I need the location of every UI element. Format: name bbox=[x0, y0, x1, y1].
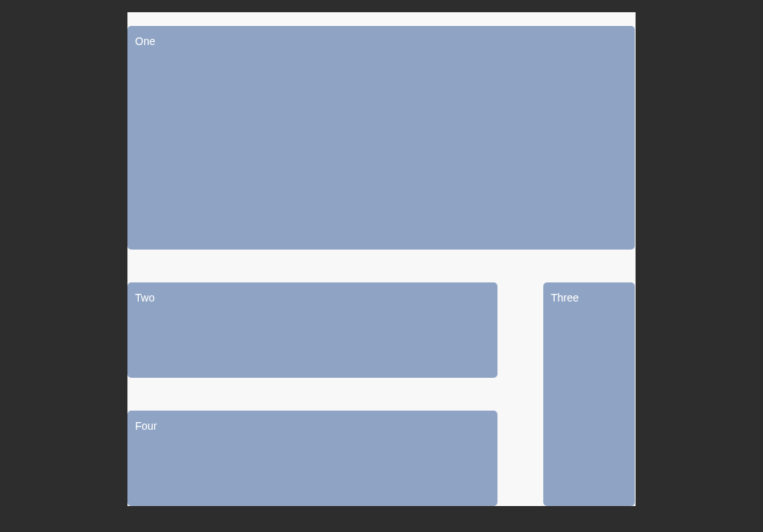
panel-four: Four bbox=[127, 411, 497, 506]
panel-two-label: Two bbox=[135, 292, 155, 304]
panel-three-label: Three bbox=[551, 292, 579, 304]
layout-container: One Two Three Four bbox=[127, 12, 636, 506]
panel-two: Two bbox=[127, 282, 497, 378]
panel-one: One bbox=[127, 26, 635, 250]
panel-three: Three bbox=[543, 282, 635, 506]
panel-one-label: One bbox=[135, 35, 155, 47]
grid-layout: One Two Three Four bbox=[127, 12, 636, 506]
panel-four-label: Four bbox=[135, 420, 157, 432]
